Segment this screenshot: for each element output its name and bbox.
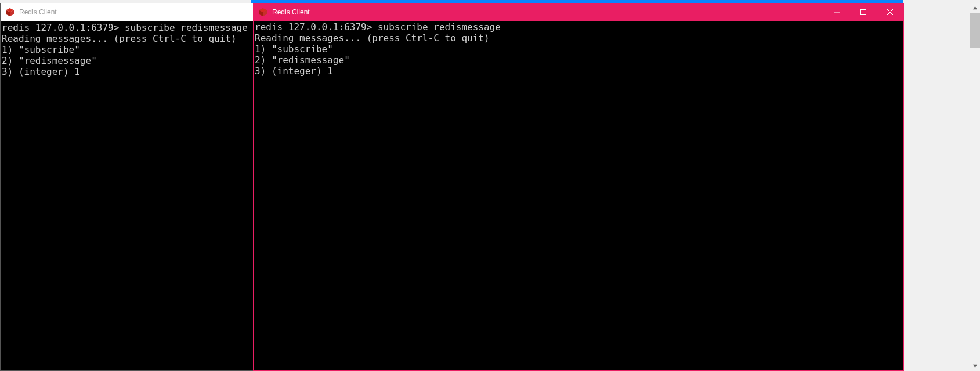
scrollbar-thumb[interactable] [970, 13, 980, 48]
svg-marker-11 [973, 365, 977, 368]
scrollbar-up-button[interactable] [970, 3, 980, 13]
terminal-command: subscribe redismessage [125, 22, 248, 33]
redis-client-window-right: Redis Client redis 127.0.0.1:6379> subsc… [253, 3, 904, 371]
terminal-line: redis 127.0.0.1:6379> subscribe redismes… [255, 21, 902, 32]
titlebar-right[interactable]: Redis Client [254, 3, 903, 21]
titlebar-left[interactable]: Redis Client [1, 3, 253, 21]
terminal-prompt: redis 127.0.0.1:6379> [255, 21, 372, 32]
terminal-line: redis 127.0.0.1:6379> subscribe redismes… [2, 22, 252, 33]
terminal-line: 3) (integer) 1 [255, 66, 902, 77]
terminal-line: 2) "redismessage" [2, 55, 252, 66]
close-button[interactable] [877, 3, 903, 21]
scrollbar-track[interactable] [970, 13, 980, 361]
terminal-line: Reading messages... (press Ctrl-C to qui… [2, 33, 252, 44]
terminal-command: subscribe redismessage [378, 21, 501, 32]
scrollbar-down-button[interactable] [970, 361, 980, 371]
outer-scrollbar[interactable] [970, 3, 980, 371]
terminal-left[interactable]: redis 127.0.0.1:6379> subscribe redismes… [1, 21, 253, 370]
svg-rect-7 [861, 10, 866, 15]
svg-marker-10 [973, 6, 977, 9]
terminal-line: 1) "subscribe" [2, 44, 252, 55]
window-controls [823, 3, 903, 21]
window-title: Redis Client [19, 3, 57, 21]
redis-cube-icon [258, 8, 267, 17]
terminal-line: 1) "subscribe" [255, 43, 902, 54]
terminal-line: 3) (integer) 1 [2, 66, 252, 77]
redis-client-window-left: Redis Client redis 127.0.0.1:6379> subsc… [0, 3, 254, 371]
terminal-line: Reading messages... (press Ctrl-C to qui… [255, 32, 902, 43]
terminal-line: 2) "redismessage" [255, 54, 902, 66]
terminal-prompt: redis 127.0.0.1:6379> [2, 22, 119, 33]
terminal-right[interactable]: redis 127.0.0.1:6379> subscribe redismes… [254, 21, 903, 370]
redis-cube-icon [5, 8, 15, 17]
window-title: Redis Client [272, 3, 310, 21]
maximize-button[interactable] [850, 3, 877, 21]
desktop: Redis Client redis 127.0.0.1:6379> subsc… [0, 0, 980, 371]
minimize-button[interactable] [823, 3, 850, 21]
